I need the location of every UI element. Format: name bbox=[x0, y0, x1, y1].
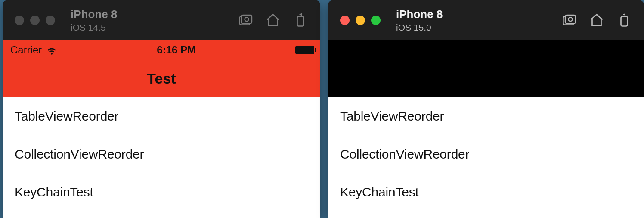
titlebar[interactable]: iPhone 8 iOS 15.0 bbox=[328, 0, 644, 40]
table-row[interactable]: CollectionViewReorder bbox=[3, 135, 320, 173]
wifi-icon bbox=[46, 44, 57, 56]
battery-icon bbox=[295, 46, 314, 54]
svg-rect-1 bbox=[242, 15, 252, 24]
minimize-icon[interactable] bbox=[356, 16, 365, 25]
rotate-icon[interactable] bbox=[616, 12, 632, 28]
cell-label: TableViewReorder bbox=[340, 109, 444, 124]
maximize-icon[interactable] bbox=[371, 16, 381, 25]
nav-area: Carrier 6:16 PM Test bbox=[3, 40, 320, 97]
cell-label: KeyChainTest bbox=[15, 185, 93, 199]
window-controls bbox=[15, 16, 55, 25]
screenshot-icon[interactable] bbox=[561, 12, 577, 28]
status-bar: Carrier 6:16 PM bbox=[3, 40, 320, 59]
svg-rect-3 bbox=[297, 16, 304, 26]
home-icon[interactable] bbox=[589, 12, 604, 28]
cell-label: KeyChainTest bbox=[340, 185, 419, 199]
simulator-window-left: iPhone 8 iOS 14.5 bbox=[3, 0, 320, 218]
table-row[interactable]: CollectionViewReorder bbox=[328, 135, 644, 173]
titlebar[interactable]: iPhone 8 iOS 14.5 bbox=[3, 0, 320, 40]
nav-area bbox=[328, 40, 644, 97]
os-version: iOS 15.0 bbox=[396, 22, 557, 33]
cell-label: TableViewReorder bbox=[15, 109, 118, 124]
page-title: Test bbox=[147, 70, 176, 87]
close-icon[interactable] bbox=[340, 16, 350, 25]
maximize-icon[interactable] bbox=[46, 16, 55, 25]
table-row[interactable]: TableViewReorder bbox=[328, 97, 644, 135]
cell-label: CollectionViewReorder bbox=[340, 147, 469, 162]
device-name: iPhone 8 bbox=[71, 8, 233, 21]
window-controls bbox=[340, 16, 381, 25]
table-row[interactable]: KeyChainTest bbox=[3, 173, 320, 211]
window-title: iPhone 8 iOS 14.5 bbox=[71, 8, 233, 33]
svg-rect-5 bbox=[565, 15, 576, 24]
device-name: iPhone 8 bbox=[396, 8, 557, 21]
screenshot-icon[interactable] bbox=[238, 12, 253, 28]
window-title: iPhone 8 iOS 15.0 bbox=[396, 8, 557, 33]
toolbar bbox=[238, 12, 308, 28]
time-label: 6:16 PM bbox=[157, 44, 196, 56]
carrier-label: Carrier bbox=[10, 44, 42, 56]
home-icon[interactable] bbox=[265, 12, 281, 28]
svg-rect-7 bbox=[621, 16, 628, 26]
rotate-icon[interactable] bbox=[293, 12, 308, 28]
minimize-icon[interactable] bbox=[30, 16, 40, 25]
table-view[interactable]: TableViewReorder CollectionViewReorder K… bbox=[3, 97, 320, 218]
close-icon[interactable] bbox=[15, 16, 24, 25]
cell-label: CollectionViewReorder bbox=[15, 147, 144, 162]
os-version: iOS 14.5 bbox=[71, 22, 233, 33]
toolbar bbox=[561, 12, 632, 28]
navigation-bar: Test bbox=[3, 59, 320, 97]
table-view[interactable]: TableViewReorder CollectionViewReorder K… bbox=[328, 97, 644, 218]
table-row[interactable]: KeyChainTest bbox=[328, 173, 644, 211]
simulator-window-right: iPhone 8 iOS 15.0 bbox=[328, 0, 644, 218]
table-row[interactable]: TableViewReorder bbox=[3, 97, 320, 135]
